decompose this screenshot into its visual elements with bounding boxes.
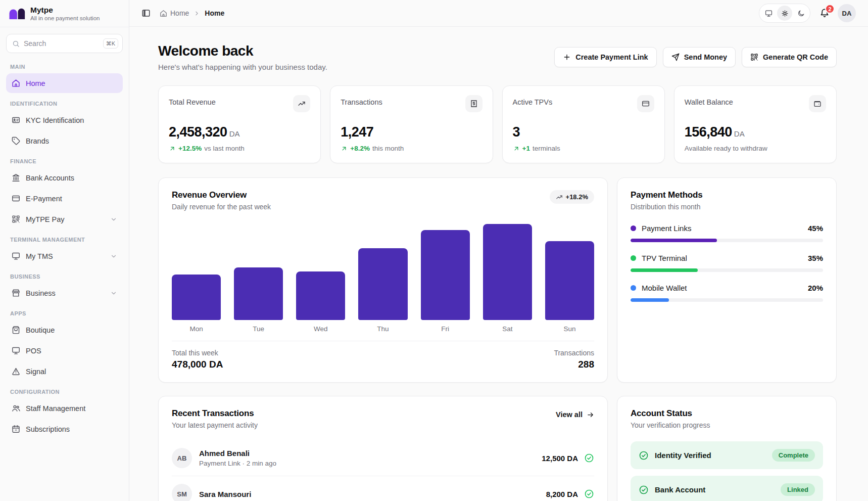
credit-card-icon [12, 194, 20, 203]
stat-title: Transactions [341, 95, 382, 106]
account-status-title: Account Status [631, 408, 823, 419]
home-icon [12, 79, 20, 87]
page-subtitle: Here's what's happening with your busine… [158, 63, 327, 71]
breadcrumb-root-label: Home [170, 9, 189, 17]
stat-value: 156,840DA [685, 124, 826, 140]
sidebar-item-label: Bank Accounts [26, 174, 74, 182]
stat-card-total-revenue: Total Revenue 2,458,320DA +12.5%vs last … [158, 85, 321, 163]
account-status-subtitle: Your verification progress [631, 421, 823, 429]
sidebar-item-business[interactable]: Business [6, 283, 123, 303]
trending-up-icon [298, 100, 306, 108]
theme-system-button[interactable] [761, 6, 776, 21]
qr-code-icon [12, 215, 20, 223]
sidebar-item-brands[interactable]: Brands [6, 131, 123, 151]
nav-section-label: IDENTIFICATION [10, 101, 119, 107]
monitor-icon [12, 252, 20, 260]
sidebar-item-label: Staff Management [26, 404, 85, 413]
chevron-down-icon [110, 253, 117, 260]
alert-triangle-icon [12, 367, 20, 376]
chart-footer-right-value: 288 [554, 359, 594, 370]
chevron-down-icon [110, 290, 117, 297]
status-badge: Complete [772, 449, 815, 462]
sidebar-item-label: Home [26, 79, 45, 87]
status-row-bank-account: Bank Account Linked [631, 476, 823, 501]
payment-method-tpv-terminal: TPV Terminal 35% [631, 254, 823, 272]
shopping-bag-icon [12, 326, 20, 334]
view-all-link[interactable]: View all [556, 408, 594, 419]
users-icon [12, 404, 20, 413]
theme-light-button[interactable] [777, 6, 792, 21]
sidebar-nav: MAINHomeIDENTIFICATIONKYC Identification… [0, 55, 129, 501]
stat-subtext: +12.5%vs last month [169, 145, 310, 152]
sun-icon [781, 10, 789, 17]
transaction-row-ahmed-benali[interactable]: AB Ahmed BenaliPayment Link · 2 min ago … [172, 440, 594, 476]
chart-axis-label: Mon [172, 325, 221, 333]
search-box[interactable]: ⌘K [6, 34, 123, 53]
nav-section-label: FINANCE [10, 158, 119, 164]
qr-code-icon [750, 53, 758, 61]
send-money-button[interactable]: Send Money [663, 47, 736, 67]
sidebar-item-home[interactable]: Home [6, 73, 123, 93]
sidebar-item-my-tms[interactable]: My TMS [6, 246, 123, 266]
chart-bar-mon[interactable] [172, 275, 221, 320]
sidebar-item-label: POS [26, 347, 41, 355]
sidebar-item-staff-management[interactable]: Staff Management [6, 398, 123, 418]
sidebar-item-subscriptions[interactable]: Subscriptions [6, 419, 123, 439]
sidebar-item-label: Business [26, 289, 56, 297]
create-payment-link-button[interactable]: Create Payment Link [554, 47, 656, 67]
method-label: Payment Links [642, 224, 802, 233]
avatar: AB [172, 448, 192, 468]
transaction-row-sara-mansouri[interactable]: SM Sara Mansouri 8,200 DA [172, 476, 594, 501]
chart-subtitle: Daily revenue for the past week [172, 203, 271, 211]
transaction-amount: 12,500 DA [542, 454, 578, 463]
sidebar-item-e-payment[interactable]: E-Payment [6, 189, 123, 208]
sidebar-item-label: Subscriptions [26, 425, 70, 433]
chart-axis-labels: MonTueWedThuFriSatSun [172, 325, 594, 333]
store-icon [12, 289, 20, 297]
theme-dark-button[interactable] [793, 6, 808, 21]
sidebar-item-kyc-identification[interactable]: KYC Identification [6, 110, 123, 130]
stat-value: 1,247 [341, 124, 482, 140]
user-avatar[interactable]: DA [838, 4, 856, 22]
chart-bar-sun[interactable] [545, 241, 594, 320]
check-circle-icon [584, 489, 594, 499]
home-icon [160, 10, 167, 17]
monitor-icon [12, 346, 20, 355]
send-icon [671, 53, 680, 61]
sidebar-item-boutique[interactable]: Boutique [6, 320, 123, 340]
chart-bar-tue[interactable] [234, 267, 283, 320]
revenue-bar-chart [172, 224, 594, 320]
method-progress-fill [631, 239, 717, 242]
chart-bar-wed[interactable] [296, 271, 345, 320]
sidebar-item-bank-accounts[interactable]: Bank Accounts [6, 168, 123, 188]
chevron-down-icon [110, 216, 117, 223]
chart-bar-fri[interactable] [421, 230, 470, 320]
nav-section-label: BUSINESS [10, 274, 119, 280]
arrow-up-right-icon [513, 145, 520, 152]
monitor-icon [765, 10, 773, 17]
status-row-identity-verified: Identity Verified Complete [631, 441, 823, 469]
search-input[interactable] [24, 39, 99, 48]
chart-bar-sat[interactable] [483, 224, 532, 320]
arrow-up-right-icon [341, 145, 348, 152]
stat-subtext: +8.2%this month [341, 145, 482, 152]
credit-card-icon [642, 100, 650, 108]
brand[interactable]: Mytpe All in one payment solution [0, 0, 129, 27]
sidebar-item-pos[interactable]: POS [6, 341, 123, 360]
sidebar-toggle-button[interactable] [141, 9, 151, 18]
generate-qr-code-button[interactable]: Generate QR Code [742, 47, 837, 67]
stat-card-transactions: Transactions 1,247 +8.2%this month [330, 85, 493, 163]
recent-transactions-subtitle: Your latest payment activity [172, 421, 258, 429]
breadcrumb-home[interactable]: Home [160, 9, 189, 17]
transaction-name: Sara Mansouri [199, 490, 539, 498]
transaction-meta: Payment Link · 2 min ago [199, 460, 535, 467]
status-badge: Linked [781, 483, 815, 496]
chart-bar-thu[interactable] [358, 248, 407, 320]
chart-change-badge: +18.2% [550, 190, 594, 204]
notifications-button[interactable]: 2 [819, 8, 830, 18]
method-progress-track [631, 239, 823, 242]
quick-actions: Create Payment LinkSend MoneyGenerate QR… [554, 47, 837, 67]
sidebar-item-mytpe-pay[interactable]: MyTPE Pay [6, 209, 123, 229]
sidebar-item-signal[interactable]: Signal [6, 361, 123, 381]
breadcrumb-current: Home [205, 9, 224, 17]
